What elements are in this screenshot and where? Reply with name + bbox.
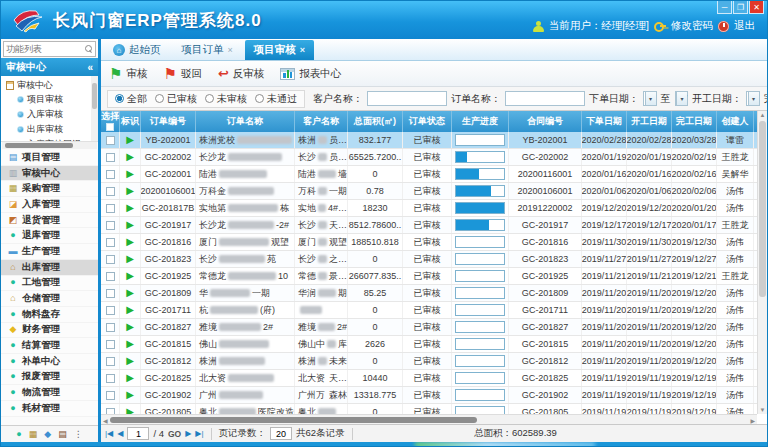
chevron-down-icon[interactable]: ▾ xyxy=(676,92,687,105)
prev-page-button[interactable]: ◀ xyxy=(117,429,123,438)
order-name-input[interactable] xyxy=(505,91,585,106)
row-checkbox[interactable] xyxy=(106,323,115,332)
order-date-input[interactable]: / /▾ xyxy=(643,91,657,106)
table-row[interactable]: ▶GC-202002长沙龙长沙员…65525.7200..已审核GC-20200… xyxy=(101,149,757,166)
column-header-订单状态[interactable]: 订单状态 xyxy=(403,111,452,132)
column-header-生产进度[interactable]: 生产进度 xyxy=(452,111,509,132)
驳回-button[interactable]: ⚑驳回 xyxy=(163,66,201,81)
change-password-link[interactable]: 修改密码 xyxy=(671,19,713,33)
page-size-input[interactable] xyxy=(270,427,292,440)
row-checkbox[interactable] xyxy=(106,306,115,315)
tab-close-icon[interactable]: × xyxy=(228,45,233,55)
sidebar-item-入库管理[interactable]: ◪入库管理 xyxy=(1,197,98,213)
radio-全部[interactable]: 全部 xyxy=(115,92,147,106)
column-header-选择[interactable]: 选择 xyxy=(101,111,120,132)
radio-icon[interactable] xyxy=(115,94,124,103)
scroll-down-icon[interactable]: ▼ xyxy=(758,407,767,413)
column-header-下单日期[interactable]: 下单日期 xyxy=(582,111,627,132)
page-number-input[interactable] xyxy=(127,427,149,440)
close-icon[interactable]: ✕ xyxy=(749,1,764,14)
table-row[interactable]: ▶20200106001万科金万科一期0.78已审核20200106001202… xyxy=(101,183,757,200)
table-row[interactable]: ▶GC-202001陆港陆港墙0已审核202001160012020/01/16… xyxy=(101,166,757,183)
cart-icon[interactable]: ▦ xyxy=(29,429,38,439)
maximize-icon[interactable]: ❐ xyxy=(733,1,748,14)
send-icon[interactable]: ◆ xyxy=(44,429,51,439)
column-header-完工日期[interactable]: 完工日期 xyxy=(672,111,717,132)
radio-未通过[interactable]: 未通过 xyxy=(255,92,297,106)
horizontal-scroll-thumb[interactable] xyxy=(110,417,477,423)
table-row[interactable]: ▶GC-201815佛山佛山中库2626已审核GC-2018152019/11/… xyxy=(101,336,757,353)
scroll-left-icon[interactable]: ◀ xyxy=(103,417,108,424)
column-header-订单编号[interactable]: 订单编号 xyxy=(141,111,196,132)
contacts-icon[interactable]: ▤ xyxy=(58,429,67,439)
sidebar-item-退货管理[interactable]: ◩退货管理 xyxy=(1,213,98,229)
sidebar-item-物料盘存[interactable]: ●物料盘存 xyxy=(1,307,98,323)
column-header-合同编号[interactable]: 合同编号 xyxy=(509,111,582,132)
order-date-end-input[interactable]: / /▾ xyxy=(675,91,689,106)
tree-horizontal-scrollbar[interactable] xyxy=(2,142,97,149)
tree-vertical-scrollbar[interactable] xyxy=(91,76,98,141)
radio-icon[interactable] xyxy=(255,94,264,103)
more-icon[interactable]: ⋮ xyxy=(74,429,83,439)
table-horizontal-scrollbar[interactable]: ◀ ▶ xyxy=(101,414,757,424)
status-icon[interactable]: ● xyxy=(16,429,21,439)
报表中心-button[interactable]: 报表中心 xyxy=(280,67,341,81)
vertical-scroll-thumb[interactable] xyxy=(759,121,766,297)
scroll-right-icon[interactable]: ▶ xyxy=(750,417,755,424)
sidebar-item-报废管理[interactable]: ●报废管理 xyxy=(1,370,98,386)
go-button[interactable]: GO xyxy=(168,429,181,439)
table-row[interactable]: ▶GC-201917长沙龙-2#长沙天…8512.78600..已审核GC-20… xyxy=(101,217,757,234)
sidebar-item-工地管理[interactable]: ●工地管理 xyxy=(1,276,98,292)
sidebar-item-采购管理[interactable]: ▦采购管理 xyxy=(1,181,98,197)
column-header-创建人[interactable]: 创建人 xyxy=(717,111,754,132)
first-page-button[interactable]: |◀ xyxy=(105,429,113,438)
row-checkbox[interactable] xyxy=(106,289,115,298)
chevron-down-icon[interactable]: ▾ xyxy=(748,92,759,105)
table-row[interactable]: ▶GC-201825北大资北大资天…10440已审核GC-2018252019/… xyxy=(101,370,757,387)
tree-item[interactable]: 出库审核 xyxy=(6,122,89,137)
column-header-客户名称[interactable]: 客户名称 xyxy=(295,111,348,132)
row-checkbox[interactable] xyxy=(106,153,115,162)
function-search-input[interactable] xyxy=(4,42,80,56)
审核-button[interactable]: ⚑审核 xyxy=(109,66,147,81)
chevron-down-icon[interactable]: ▾ xyxy=(645,92,656,105)
row-checkbox[interactable] xyxy=(106,340,115,349)
table-row[interactable]: ▶GC-201816厦门观望厦门观望188510.818已审核GC-201816… xyxy=(101,234,757,251)
tree-item[interactable]: 项目审核 xyxy=(6,92,89,107)
collapse-icon[interactable]: « xyxy=(87,62,93,73)
row-checkbox[interactable] xyxy=(106,272,115,281)
table-row[interactable]: ▶GC-201812株洲株洲未来0已审核GC-2018122019/11/202… xyxy=(101,353,757,370)
table-row[interactable]: ▶GC-201817B实地第栋实地4#…18230已审核201912200022… xyxy=(101,200,757,217)
table-row[interactable]: ▶GC-201711杭(府)0已审核GC-2017112019/11/20201… xyxy=(101,302,757,319)
sidebar-item-耗材管理[interactable]: ●耗材管理 xyxy=(1,401,98,417)
column-header-总面积(㎡)[interactable]: 总面积(㎡) xyxy=(348,111,403,132)
row-checkbox[interactable] xyxy=(106,170,115,179)
column-header-标识[interactable]: 标识 xyxy=(120,111,141,132)
反审核-button[interactable]: ↩反审核 xyxy=(218,67,264,81)
start-date-input[interactable]: / /▾ xyxy=(746,91,760,106)
tab-项目审核[interactable]: 项目审核× xyxy=(245,40,314,60)
table-row[interactable]: ▶YB-202001株洲党校株洲员…832.177已审核YB-202001202… xyxy=(101,132,757,149)
row-checkbox[interactable] xyxy=(106,357,115,366)
sidebar-item-退库管理[interactable]: ●退库管理 xyxy=(1,228,98,244)
row-checkbox[interactable] xyxy=(106,221,115,230)
select-all-checkbox[interactable] xyxy=(106,123,114,131)
row-checkbox[interactable] xyxy=(106,391,115,400)
sidebar-item-出库管理[interactable]: ⌂出库管理 xyxy=(1,260,98,276)
table-row[interactable]: ▶GC-201805粤北医院改造粤北0已审核GC-2018052019/11/1… xyxy=(101,404,757,414)
tree-root-node[interactable]: 审核中心 xyxy=(6,79,89,92)
row-checkbox[interactable] xyxy=(106,136,115,145)
sidebar-item-结算管理[interactable]: ●结算管理 xyxy=(1,338,98,354)
scroll-up-icon[interactable]: ▲ xyxy=(758,112,767,118)
sidebar-item-物流管理[interactable]: ●物流管理 xyxy=(1,385,98,401)
sidebar-item-财务管理[interactable]: ◆财务管理 xyxy=(1,323,98,339)
sidebar-item-审核中心[interactable]: ▥审核中心 xyxy=(1,166,98,182)
minimize-icon[interactable]: ─ xyxy=(717,1,732,14)
table-vertical-scrollbar[interactable]: ▲ ▼ xyxy=(757,111,767,414)
tab-起始页[interactable]: ⌂起始页 xyxy=(104,40,170,60)
column-header-开工日期[interactable]: 开工日期 xyxy=(627,111,672,132)
logout-link[interactable]: 退出 xyxy=(734,19,755,33)
sidebar-item-生产管理[interactable]: ▬生产管理 xyxy=(1,244,98,260)
sidebar-item-补单中心[interactable]: ●补单中心 xyxy=(1,354,98,370)
tab-项目订单[interactable]: 项目订单× xyxy=(173,40,242,60)
